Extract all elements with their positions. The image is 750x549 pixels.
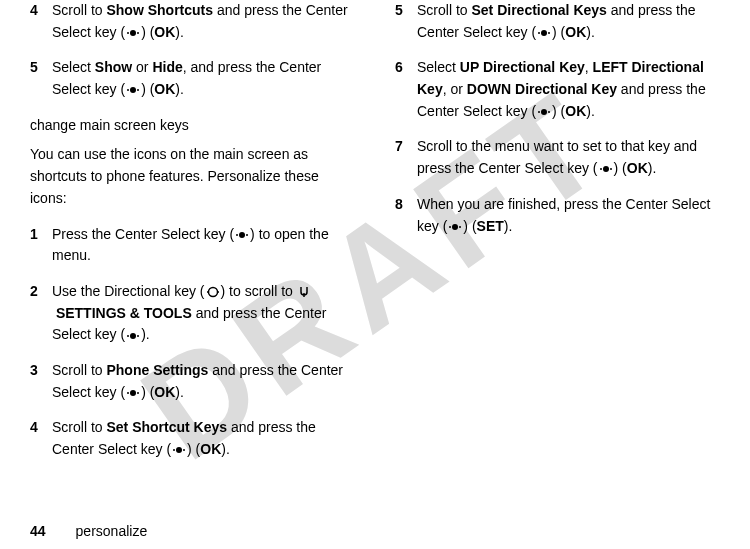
t: ). [586,103,595,119]
t: ) ( [187,441,200,457]
center-select-icon [448,221,462,233]
svg-point-21 [541,30,547,36]
bold: SETTINGS & TOOLS [56,305,192,321]
ok-label: OK [200,441,221,457]
t: ) ( [141,24,154,40]
step-text: Scroll to Phone Settings and press the C… [52,360,355,403]
t: Select [417,59,460,75]
step-number: 7 [395,136,417,179]
svg-point-19 [173,449,175,451]
settings-tools-icon [298,286,312,298]
t: ). [504,218,513,234]
t: ). [175,81,184,97]
svg-point-4 [127,89,129,91]
section-heading: change main screen keys [30,115,355,137]
t: Select [52,59,95,75]
center-select-icon [126,84,140,96]
svg-point-7 [236,234,238,236]
center-select-icon [537,106,551,118]
t: ). [221,441,230,457]
svg-point-20 [183,449,185,451]
section-intro: You can use the icons on the main screen… [30,144,355,209]
ok-label: OK [565,24,586,40]
ok-label: OK [627,160,648,176]
page-content: 4 Scroll to Show Shortcuts and press the… [0,0,750,500]
svg-point-31 [449,226,451,228]
directional-key-icon [206,286,220,298]
t: Scroll to [52,419,106,435]
step-text: Select UP Directional Key, LEFT Directio… [417,57,720,122]
svg-point-3 [130,87,136,93]
step-number: 8 [395,194,417,237]
t: ) ( [463,218,476,234]
t: ). [648,160,657,176]
svg-point-15 [130,390,136,396]
svg-point-27 [603,166,609,172]
svg-point-24 [541,109,547,115]
center-select-icon [172,444,186,456]
svg-point-30 [452,224,458,230]
step-number: 6 [395,57,417,122]
bold: UP Directional Key [460,59,585,75]
step-number: 5 [395,0,417,43]
svg-point-18 [176,447,182,453]
center-select-icon [599,163,613,175]
svg-point-1 [127,32,129,34]
svg-point-9 [208,288,217,297]
step-text: When you are finished, press the Center … [417,194,720,237]
svg-point-28 [600,168,602,170]
ok-label: OK [154,24,175,40]
step-text: Scroll to the menu want to set to that k… [417,136,720,179]
t: ). [175,384,184,400]
step-text: Scroll to Set Directional Keys and press… [417,0,720,43]
bold: Set Directional Keys [471,2,606,18]
t: ) ( [141,81,154,97]
svg-point-5 [137,89,139,91]
svg-point-2 [137,32,139,34]
t: or [132,59,152,75]
svg-point-10 [207,291,209,293]
left-step-3b: 3 Scroll to Phone Settings and press the… [30,360,355,403]
t: ) ( [141,384,154,400]
bold: Show [95,59,132,75]
section-name: personalize [76,523,148,539]
right-step-8: 8 When you are finished, press the Cente… [395,194,720,237]
right-step-5: 5 Scroll to Set Directional Keys and pre… [395,0,720,43]
svg-point-12 [130,333,136,339]
t: ). [141,326,150,342]
step-text: Scroll to Show Shortcuts and press the C… [52,0,355,43]
bold: Set Shortcut Keys [106,419,227,435]
step-text: Use the Directional key () to scroll to … [52,281,355,346]
left-step-2b: 2 Use the Directional key () to scroll t… [30,281,355,346]
svg-point-14 [137,335,139,337]
svg-point-6 [239,232,245,238]
t: , [585,59,593,75]
left-step-4b: 4 Scroll to Set Shortcut Keys and press … [30,417,355,460]
svg-point-13 [127,335,129,337]
left-step-5: 5 Select Show or Hide, and press the Cen… [30,57,355,100]
svg-point-11 [217,291,219,293]
set-label: SET [477,218,504,234]
bold: DOWN Directional Key [467,81,617,97]
step-number: 4 [30,417,52,460]
t: Press the Center Select key ( [52,226,234,242]
t: ). [175,24,184,40]
step-number: 1 [30,224,52,267]
step-number: 5 [30,57,52,100]
step-number: 2 [30,281,52,346]
ok-label: OK [154,384,175,400]
t: ) ( [552,103,565,119]
svg-point-8 [246,234,248,236]
step-text: Scroll to Set Shortcut Keys and press th… [52,417,355,460]
page-number: 44 [30,523,46,539]
t: , or [443,81,467,97]
center-select-icon [126,330,140,342]
center-select-icon [537,27,551,39]
t: Scroll to [52,2,106,18]
ok-label: OK [154,81,175,97]
ok-label: OK [565,103,586,119]
svg-point-32 [459,226,461,228]
center-select-icon [126,27,140,39]
center-select-icon [126,387,140,399]
t: ) ( [614,160,627,176]
